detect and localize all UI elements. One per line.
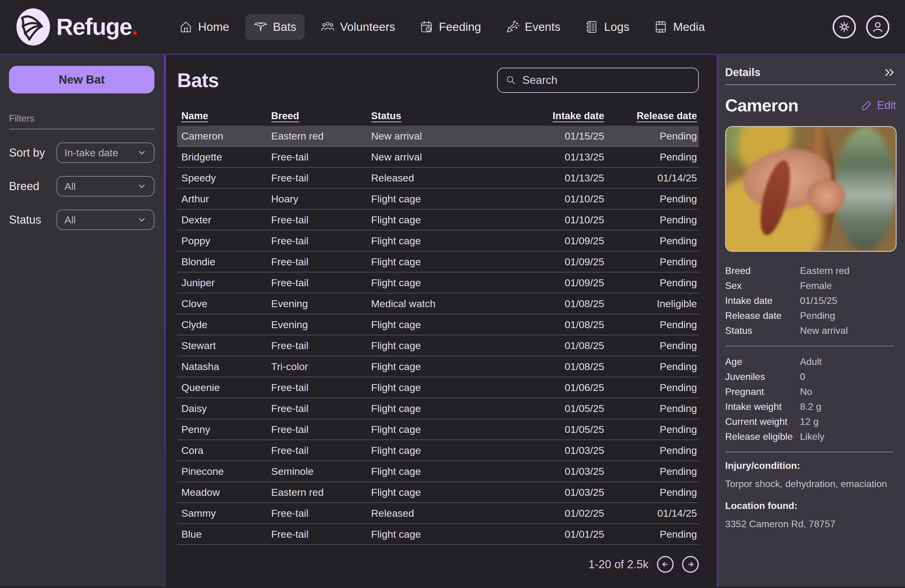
- col-header-intake-date[interactable]: Intake date: [505, 110, 604, 122]
- brand-dot: .: [132, 13, 138, 40]
- table-row[interactable]: Daisy Free-tail Flight cage 01/05/25 Pen…: [177, 398, 699, 419]
- table-row[interactable]: Natasha Tri-color Flight cage 01/08/25 P…: [177, 356, 699, 377]
- cell-release-date: Pending: [604, 340, 697, 351]
- cell-name: Bridgette: [181, 151, 271, 163]
- injury-value: Torpor shock, dehydration, emaciation: [725, 478, 896, 489]
- cell-breed: Free-tail: [271, 424, 371, 435]
- cell-breed: Seminole: [271, 466, 371, 477]
- col-header-name[interactable]: Name: [181, 110, 271, 122]
- home-icon: [179, 20, 193, 34]
- filter-selected-value: In-take date: [64, 147, 118, 159]
- field-label: Pregnant: [725, 386, 800, 397]
- cell-status: Flight cage: [371, 528, 505, 540]
- table-row[interactable]: Meadow Eastern red Flight cage 01/03/25 …: [177, 482, 699, 503]
- nav-item-events[interactable]: Events: [497, 14, 568, 40]
- filters-divider: [9, 129, 154, 129]
- injury-section: Injury/condition: Torpor shock, dehydrat…: [725, 460, 896, 489]
- cell-name: Queenie: [181, 382, 271, 393]
- table-row[interactable]: Clyde Evening Flight cage 01/08/25 Pendi…: [177, 315, 699, 335]
- field-value: 8.2 g: [800, 401, 896, 412]
- cell-breed: Free-tail: [271, 382, 371, 393]
- col-header-breed[interactable]: Breed: [271, 110, 371, 122]
- col-header-status[interactable]: Status: [371, 110, 505, 122]
- cell-intake-date: 01/13/25: [505, 172, 604, 184]
- filter-label: Status: [9, 213, 57, 226]
- cell-breed: Free-tail: [271, 235, 371, 247]
- table-row[interactable]: Bridgette Free-tail New arrival 01/13/25…: [177, 147, 699, 168]
- prev-page-button[interactable]: [657, 556, 674, 573]
- table-row[interactable]: Sammy Free-tail Released 01/02/25 01/14/…: [177, 503, 699, 524]
- field-label: Breed: [725, 265, 800, 277]
- table-row[interactable]: Dexter Free-tail Flight cage 01/10/25 Pe…: [177, 210, 699, 230]
- table-row[interactable]: Speedy Free-tail Released 01/13/25 01/14…: [177, 168, 699, 189]
- cell-breed: Free-tail: [271, 277, 371, 289]
- cell-release-date: Pending: [604, 466, 697, 477]
- nav-item-home[interactable]: Home: [171, 14, 238, 40]
- field-value: Adult: [800, 356, 896, 367]
- cell-name: Speedy: [181, 172, 271, 184]
- cell-release-date: Pending: [604, 528, 697, 540]
- primary-fields: Breed Eastern red Sex Female Intake date…: [725, 263, 896, 338]
- table-row[interactable]: Juniper Free-tail Flight cage 01/09/25 P…: [177, 272, 699, 293]
- cell-name: Pinecone: [181, 466, 271, 477]
- cell-intake-date: 01/13/25: [505, 151, 604, 163]
- filter-select[interactable]: All: [57, 210, 154, 230]
- collapse-panel-button[interactable]: [883, 66, 896, 79]
- table-row[interactable]: Cora Free-tail Flight cage 01/03/25 Pend…: [177, 440, 699, 461]
- double-chevron-right-icon: [883, 66, 896, 79]
- detail-field: Pregnant No: [725, 384, 896, 399]
- table-row[interactable]: Stewart Free-tail Flight cage 01/08/25 P…: [177, 335, 699, 356]
- cell-release-date: Pending: [604, 361, 697, 372]
- cell-name: Sammy: [181, 507, 271, 519]
- secondary-fields: Age Adult Juveniles 0 Pregnant No Intake…: [725, 354, 896, 444]
- cell-name: Natasha: [181, 361, 271, 372]
- nav-item-feeding[interactable]: Feeding: [411, 14, 489, 40]
- filter-row: Status All: [9, 210, 154, 230]
- cell-status: Flight cage: [371, 486, 505, 498]
- cell-intake-date: 01/01/25: [505, 528, 604, 540]
- table-row[interactable]: Pinecone Seminole Flight cage 01/03/25 P…: [177, 461, 699, 482]
- table-row[interactable]: Blue Free-tail Flight cage 01/01/25 Pend…: [177, 524, 699, 545]
- location-value: 3352 Cameron Rd, 78757: [725, 518, 896, 530]
- nav-item-logs[interactable]: Logs: [577, 14, 638, 40]
- cell-breed: Hoary: [271, 193, 371, 205]
- table-row[interactable]: Penny Free-tail Flight cage 01/05/25 Pen…: [177, 419, 699, 440]
- filter-selected-value: All: [64, 214, 76, 226]
- pagination: 1-20 of 2.5k: [177, 556, 699, 573]
- next-page-button[interactable]: [682, 556, 699, 573]
- table-row[interactable]: Clove Evening Medical watch 01/08/25 Ine…: [177, 293, 699, 315]
- table-row[interactable]: Poppy Free-tail Flight cage 01/09/25 Pen…: [177, 230, 699, 251]
- col-header-release-date[interactable]: Release date: [604, 110, 697, 122]
- filter-select[interactable]: All: [57, 176, 154, 196]
- field-label: Release eligible: [725, 431, 800, 442]
- cell-intake-date: 01/08/25: [505, 298, 604, 310]
- cell-status: New arrival: [371, 130, 505, 142]
- search-box[interactable]: [497, 68, 699, 93]
- nav-item-media[interactable]: Media: [646, 14, 713, 40]
- details-divider: [725, 452, 894, 452]
- settings-button[interactable]: [833, 15, 856, 39]
- new-bat-button[interactable]: New Bat: [9, 66, 154, 94]
- filters-heading: Filters: [9, 113, 154, 124]
- table-row[interactable]: Blondie Free-tail Flight cage 01/09/25 P…: [177, 251, 699, 272]
- filter-select[interactable]: In-take date: [57, 143, 154, 163]
- table-row[interactable]: Arthur Hoary Flight cage 01/10/25 Pendin…: [177, 189, 699, 210]
- cell-intake-date: 01/08/25: [505, 340, 604, 351]
- location-label: Location found:: [725, 500, 896, 511]
- detail-field: Release eligible Likely: [725, 429, 896, 444]
- field-label: Release date: [725, 310, 800, 321]
- edit-button[interactable]: Edit: [861, 99, 896, 112]
- table-row[interactable]: Queenie Free-tail Flight cage 01/06/25 P…: [177, 377, 699, 398]
- brand-logo[interactable]: Refuge.: [16, 8, 138, 46]
- table-row[interactable]: Cameron Eastern red New arrival 01/15/25…: [177, 126, 699, 147]
- account-button[interactable]: [866, 15, 889, 39]
- cell-release-date: 01/14/25: [604, 172, 697, 184]
- cell-name: Clyde: [181, 319, 271, 331]
- nav-item-volunteers[interactable]: Volunteers: [313, 14, 403, 40]
- nav-item-bats[interactable]: Bats: [245, 14, 305, 40]
- search-input[interactable]: [522, 74, 691, 86]
- cell-name: Cora: [181, 445, 271, 456]
- pencil-icon: [861, 99, 873, 111]
- cell-name: Blondie: [181, 256, 271, 268]
- table-body: Cameron Eastern red New arrival 01/15/25…: [177, 126, 699, 545]
